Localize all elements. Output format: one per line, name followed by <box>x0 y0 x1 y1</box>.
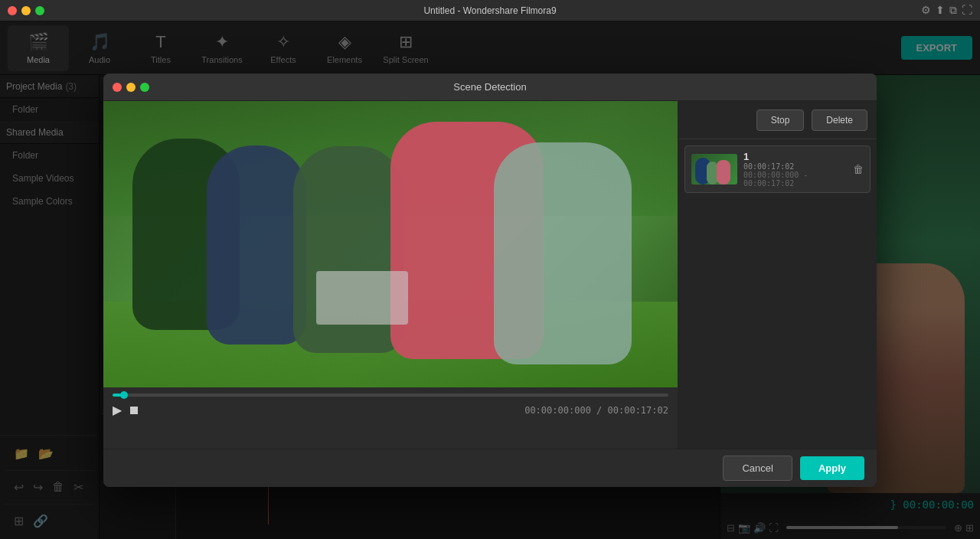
modal-body: ▶ ⏹ 00:00:00:000 / 00:00:17:02 Stop Dele… <box>103 101 877 449</box>
laptop <box>316 271 408 325</box>
window-title: Untitled - Wondershare Filmora9 <box>423 5 556 16</box>
scene-video-controls: ▶ ⏹ 00:00:00:000 / 00:00:17:02 <box>103 387 678 449</box>
fullscreen-icon[interactable]: ⛶ <box>962 4 972 17</box>
titlebar: Untitled - Wondershare Filmora9 ⚙ ⬆ ⧉ ⛶ <box>0 0 980 21</box>
titlebar-controls: ⚙ ⬆ ⧉ ⛶ <box>921 4 972 17</box>
modal-overlay: Scene Detection <box>0 21 980 539</box>
modal-traffic-lights <box>113 83 149 92</box>
settings-icon[interactable]: ⚙ <box>921 4 931 17</box>
delete-button[interactable]: Delete <box>812 109 867 131</box>
clip-delete-icon[interactable]: 🗑 <box>853 163 864 175</box>
scene-video-preview <box>103 101 678 387</box>
maximize-button[interactable] <box>35 6 44 15</box>
scene-clips-list: 1 00:00:17:02 00:00:00:000 - 00:00:17:02… <box>678 139 877 449</box>
scene-timecode-display: 00:00:00:000 / 00:00:17:02 <box>524 405 668 416</box>
scene-right-header: Stop Delete <box>678 101 877 139</box>
scene-clip-info: 1 00:00:17:02 00:00:00:000 - 00:00:17:02 <box>743 151 847 188</box>
stop-button[interactable]: Stop <box>756 109 805 131</box>
person-5 <box>494 142 632 364</box>
cancel-button[interactable]: Cancel <box>723 456 792 481</box>
close-button[interactable] <box>8 6 17 15</box>
scene-clip-number: 1 <box>743 151 847 162</box>
video-frame <box>103 101 678 387</box>
person-2 <box>207 145 306 345</box>
scene-right-panel: Stop Delete 1 <box>678 101 877 449</box>
modal-footer: Cancel Apply <box>103 449 877 487</box>
scene-clip-thumbnail <box>691 154 737 185</box>
scene-video-area: ▶ ⏹ 00:00:00:000 / 00:00:17:02 <box>103 101 678 449</box>
scene-clip-item[interactable]: 1 00:00:17:02 00:00:00:000 - 00:00:17:02… <box>684 145 871 193</box>
scene-detection-modal: Scene Detection <box>103 74 877 487</box>
scene-progress-thumb[interactable] <box>120 391 128 399</box>
modal-title: Scene Detection <box>453 81 526 93</box>
modal-titlebar: Scene Detection <box>103 74 877 101</box>
scene-clip-duration: 00:00:17:02 <box>743 162 847 171</box>
scene-control-buttons: ▶ ⏹ 00:00:00:000 / 00:00:17:02 <box>113 403 668 417</box>
minimize-button[interactable] <box>21 6 31 15</box>
apply-button[interactable]: Apply <box>800 456 864 480</box>
scene-clip-range: 00:00:00:000 - 00:00:17:02 <box>743 171 847 188</box>
share-icon[interactable]: ⬆ <box>936 4 945 17</box>
modal-minimize-button[interactable] <box>126 83 136 92</box>
play-button[interactable]: ▶ <box>113 403 122 417</box>
scene-progress-bar[interactable] <box>113 394 668 397</box>
traffic-lights <box>8 6 44 15</box>
pip-icon[interactable]: ⧉ <box>949 4 957 17</box>
modal-maximize-button[interactable] <box>140 83 149 92</box>
stop-control-button[interactable]: ⏹ <box>128 403 140 417</box>
modal-close-button[interactable] <box>113 83 122 92</box>
